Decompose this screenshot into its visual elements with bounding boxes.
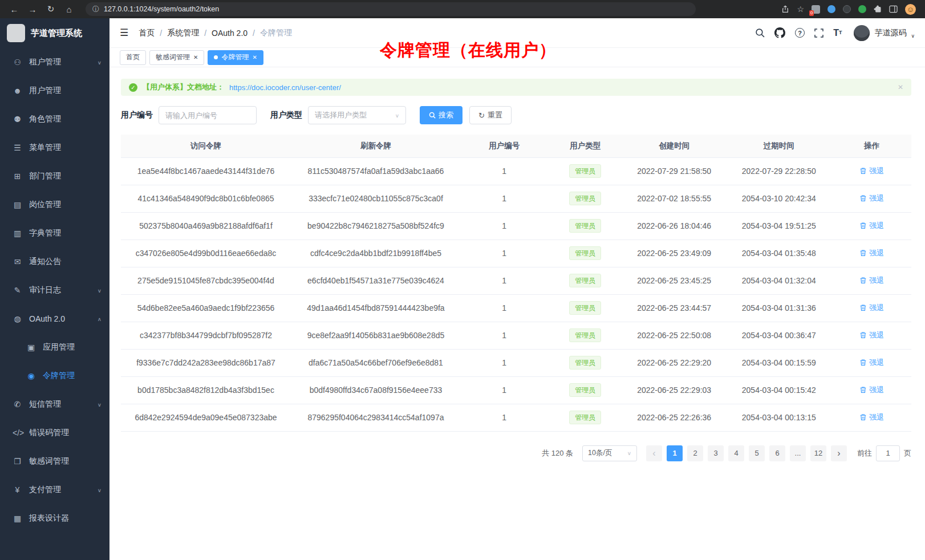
sidebar-item[interactable]: ✎ 审计日志 ∨ [0,276,109,305]
sidebar-logo[interactable]: 芋道管理系统 [0,18,109,48]
side-panel-icon[interactable] [889,5,898,13]
force-logout-label: 强退 [869,221,884,231]
page-button[interactable]: 6 [769,445,785,461]
sidebar-item[interactable]: ✆ 短信管理 ∨ [0,390,109,419]
prev-page-button[interactable]: ‹ [646,445,662,461]
cell-refresh-token: 8796295f04064c2983414cc54af1097a [291,404,461,431]
page-info-icon[interactable]: ⓘ [92,5,99,14]
force-logout-button[interactable]: 强退 [859,166,884,176]
font-size-icon[interactable]: T [833,29,842,38]
sidebar-item-label: 字典管理 [29,228,61,238]
sidebar-item[interactable]: ¥ 支付管理 ∨ [0,476,109,504]
user-type-label: 用户类型 [270,110,302,120]
breadcrumb-item[interactable]: OAuth 2.0 [212,29,260,38]
reset-button[interactable]: ↻ 重置 [469,106,512,124]
sidebar-item[interactable]: ▦ 报表设计器 [0,504,109,533]
force-logout-label: 强退 [869,330,884,340]
breadcrumb: 首页 系统管理 OAuth 2.0 令牌管理 [139,28,292,38]
role-icon: ⚉ [13,115,22,124]
cell-expire-time: 2054-03-04 19:51:25 [725,212,832,240]
home-icon[interactable]: ⌂ [62,2,76,16]
notice-icon: ✉ [13,257,22,266]
next-page-button[interactable]: › [831,445,847,461]
force-logout-button[interactable]: 强退 [859,358,884,368]
force-logout-button[interactable]: 强退 [859,385,884,395]
extension-green-icon[interactable] [858,5,866,13]
goto-label: 前往 [857,448,872,458]
share-icon[interactable] [781,5,789,14]
breadcrumb-item[interactable]: 系统管理 [167,28,212,38]
extension-blue-icon[interactable] [827,5,835,13]
force-logout-button[interactable]: 强退 [859,193,884,204]
page-button[interactable]: 12 [810,445,826,461]
page-button[interactable]: 5 [749,445,765,461]
sidebar-item[interactable]: ▣ 应用管理 [0,333,109,362]
extension-dark-icon[interactable] [843,5,851,13]
github-icon[interactable] [774,27,785,38]
doc-link[interactable]: https://doc.iocoder.cn/user-center/ [229,83,341,92]
page-button[interactable]: 1 [667,445,683,461]
search-button[interactable]: 搜索 [420,106,462,124]
cell-user-id: 1 [461,157,547,185]
search-icon[interactable] [755,28,765,38]
sidebar-item[interactable]: ◍ OAuth 2.0 ∧ [0,305,109,333]
top-header: ☰ 首页 系统管理 OAuth 2.0 令牌管理 [109,18,925,48]
extension-badge-icon[interactable] [812,5,820,14]
sidebar-item[interactable]: ✉ 通知公告 [0,247,109,276]
sidebar-item[interactable]: ◉ 令牌管理 [0,362,109,390]
help-icon[interactable]: ? [795,28,805,38]
reload-icon[interactable]: ↻ [43,2,58,16]
report-icon: ▦ [13,514,22,523]
force-logout-button[interactable]: 强退 [859,248,884,258]
sidebar-item[interactable]: ⚇ 租户管理 ∨ [0,48,109,76]
cell-expire-time: 2054-03-04 01:32:04 [725,267,832,294]
sidebar-item[interactable]: ▥ 字典管理 [0,219,109,247]
address-bar[interactable]: ⓘ 127.0.0.1:1024/system/oauth2/token [86,2,696,16]
chevron-down-icon: ∨ [98,59,102,65]
tab[interactable]: 敏感词管理 ✕ [149,50,204,65]
table-row: f9336e7c7dd242a283ee98dc86b17a87 dfa6c71… [121,349,911,376]
user-type-select[interactable]: 请选择用户类型 ∨ [308,106,406,124]
profile-avatar-icon[interactable]: ☺ [905,4,916,15]
force-logout-label: 强退 [869,358,884,368]
alert-close-icon[interactable]: ✕ [898,83,903,91]
force-logout-button[interactable]: 强退 [859,275,884,286]
star-icon[interactable]: ☆ [797,5,804,14]
sidebar-item[interactable]: ☰ 菜单管理 [0,133,109,162]
sidebar-item[interactable]: ❐ 敏感词管理 [0,447,109,476]
sidebar-item-label: 报表设计器 [29,513,69,524]
tab[interactable]: 首页 [120,50,146,65]
forward-icon[interactable]: → [25,2,40,16]
extensions-puzzle-icon[interactable] [874,5,882,13]
page-button[interactable]: ... [790,445,806,461]
dept-icon: ⊞ [13,172,22,181]
page-button[interactable]: 4 [728,445,744,461]
fullscreen-icon[interactable] [814,29,823,38]
sidebar-item[interactable]: ☻ 用户管理 [0,76,109,105]
user-type-tag: 管理员 [569,219,601,233]
breadcrumb-item[interactable]: 首页 [139,28,167,38]
tab[interactable]: 令牌管理 ✕ [208,50,263,65]
sidebar-item[interactable]: ▤ 岗位管理 [0,190,109,219]
goto-page-input[interactable] [876,445,900,461]
sidebar-item[interactable]: ⚉ 角色管理 [0,105,109,133]
page-button[interactable]: 3 [708,445,724,461]
sidebar-item[interactable]: </> 错误码管理 [0,419,109,447]
user-id-input[interactable] [159,106,257,124]
sidebar-item[interactable]: ⊞ 部门管理 [0,162,109,190]
cell-create-time: 2022-06-25 22:29:20 [623,349,725,376]
back-icon[interactable]: ← [7,2,22,16]
page-button[interactable]: 2 [687,445,703,461]
breadcrumb-item[interactable]: 令牌管理 [260,28,292,38]
force-logout-button[interactable]: 强退 [859,412,884,423]
force-logout-button[interactable]: 强退 [859,303,884,313]
force-logout-button[interactable]: 强退 [859,221,884,231]
app-title: 芋道管理系统 [31,28,82,39]
cell-user-id: 1 [461,240,547,267]
page-size-select[interactable]: 10条/页 ∨ [582,445,637,461]
close-icon[interactable]: ✕ [193,54,198,60]
user-menu[interactable]: 芋道源码 ∨ [854,25,915,41]
close-icon[interactable]: ✕ [252,54,257,60]
force-logout-button[interactable]: 强退 [859,330,884,340]
hamburger-icon[interactable]: ☰ [120,27,128,39]
